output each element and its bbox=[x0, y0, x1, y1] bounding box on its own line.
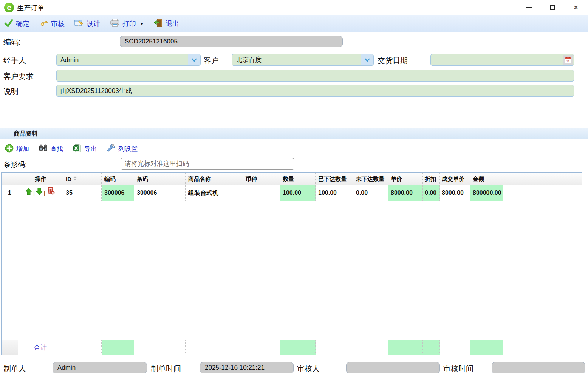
main-toolbar: 确定 审核 设计 打印 ▼ 退出 bbox=[0, 15, 588, 32]
excel-export-icon bbox=[73, 144, 82, 154]
svg-text:17: 17 bbox=[566, 60, 569, 62]
customer-select[interactable]: 北京百度 bbox=[232, 54, 374, 66]
table-total-row: 合计 bbox=[2, 340, 582, 355]
header-deal-price[interactable]: 成交单价 bbox=[440, 173, 470, 185]
chevron-down-icon bbox=[361, 54, 373, 65]
note-label: 说明 bbox=[3, 86, 19, 97]
design-icon bbox=[74, 19, 84, 29]
find-button[interactable]: 查找 bbox=[39, 144, 63, 154]
minimize-icon bbox=[526, 7, 532, 8]
header-operation: 操作 bbox=[18, 173, 63, 185]
barcode-scan-input[interactable] bbox=[121, 158, 294, 170]
header-quantity[interactable]: 数量 bbox=[280, 173, 316, 185]
cell-code[interactable]: 300006 bbox=[102, 185, 134, 201]
cell-barcode[interactable]: 300006 bbox=[134, 185, 186, 201]
printer-icon bbox=[110, 19, 120, 29]
exit-button[interactable]: 退出 bbox=[154, 19, 179, 29]
customer-req-label: 客户要求 bbox=[3, 71, 34, 82]
auditor-label: 审核人 bbox=[297, 364, 320, 374]
sort-icon[interactable] bbox=[73, 173, 77, 185]
header-discount[interactable]: 折扣 bbox=[423, 173, 440, 185]
note-field[interactable] bbox=[56, 85, 574, 97]
products-toolbar: 增加 查找 导出 列设置 bbox=[0, 142, 588, 156]
window-title: 生产订单 bbox=[17, 3, 44, 12]
customer-req-field[interactable] bbox=[56, 70, 574, 82]
total-cell: 合计 bbox=[18, 340, 63, 355]
audit-time-label: 审核时间 bbox=[443, 364, 473, 374]
binoculars-icon bbox=[39, 144, 48, 154]
cell-filler bbox=[503, 185, 582, 201]
creator-label: 制单人 bbox=[3, 364, 26, 374]
cell-product-name[interactable]: 组装台式机 bbox=[186, 185, 243, 201]
table-header-row: 操作 ID 编码 条码 商品名称 币种 数量 已下达数量 未下达数量 单价 折扣… bbox=[2, 173, 582, 185]
delete-row-icon[interactable] bbox=[46, 186, 56, 201]
barcode-label: 条形码: bbox=[3, 160, 27, 170]
header-amount[interactable]: 金额 bbox=[470, 173, 503, 185]
header-rownum bbox=[2, 173, 18, 185]
audit-time-field[interactable] bbox=[492, 362, 585, 373]
maximize-button[interactable] bbox=[541, 0, 564, 15]
close-icon: ✕ bbox=[573, 4, 579, 12]
header-barcode[interactable]: 条码 bbox=[134, 173, 186, 185]
header-issued-qty[interactable]: 已下达数量 bbox=[316, 173, 353, 185]
total-price-cell bbox=[388, 340, 423, 355]
chevron-down-icon bbox=[188, 54, 200, 65]
products-table: 操作 ID 编码 条码 商品名称 币种 数量 已下达数量 未下达数量 单价 折扣… bbox=[1, 172, 582, 355]
print-dropdown-caret[interactable]: ▼ bbox=[140, 22, 144, 26]
bottom-divider bbox=[0, 382, 588, 382]
cell-unit-price[interactable]: 8000.00 bbox=[388, 185, 423, 201]
products-section-title: 商品资料 bbox=[14, 130, 38, 138]
wrench-icon bbox=[107, 144, 116, 154]
print-button[interactable]: 打印 bbox=[110, 19, 136, 29]
handler-select[interactable]: Admin bbox=[56, 54, 201, 66]
delivery-date-label: 交货日期 bbox=[378, 56, 408, 66]
row-operations: | | bbox=[18, 185, 63, 201]
code-field[interactable] bbox=[120, 36, 343, 47]
column-settings-button[interactable]: 列设置 bbox=[107, 144, 138, 154]
cell-quantity[interactable]: 100.00 bbox=[280, 185, 316, 201]
create-time-label: 制单时间 bbox=[151, 364, 181, 374]
header-product-name[interactable]: 商品名称 bbox=[186, 173, 243, 185]
cell-id[interactable]: 35 bbox=[63, 185, 102, 201]
check-icon bbox=[4, 19, 13, 29]
delivery-date-field[interactable]: 17 bbox=[430, 54, 574, 66]
cell-amount[interactable]: 800000.00 bbox=[470, 185, 503, 201]
export-button[interactable]: 导出 bbox=[73, 144, 97, 154]
app-logo-icon: e bbox=[4, 3, 14, 12]
header-unissued-qty[interactable]: 未下达数量 bbox=[353, 173, 388, 185]
customer-label: 客户 bbox=[204, 56, 219, 66]
header-currency[interactable]: 币种 bbox=[243, 173, 280, 185]
cell-issued-qty[interactable]: 100.00 bbox=[316, 185, 353, 201]
cell-deal-price[interactable]: 8000.00 bbox=[440, 185, 470, 201]
total-amount-cell bbox=[470, 340, 503, 355]
table-row[interactable]: 1 | | 35 300006 300006 组装台式机 100.00 100.… bbox=[2, 185, 582, 201]
auditor-field[interactable] bbox=[346, 362, 440, 373]
add-row-button[interactable]: 增加 bbox=[5, 144, 29, 154]
handler-label: 经手人 bbox=[3, 56, 26, 66]
design-button[interactable]: 设计 bbox=[74, 19, 100, 29]
move-up-icon[interactable] bbox=[25, 186, 32, 201]
table-empty-area bbox=[2, 201, 582, 340]
cell-unissued-qty[interactable]: 0.00 bbox=[353, 185, 388, 201]
maximize-icon bbox=[550, 5, 555, 10]
creator-field[interactable] bbox=[53, 362, 147, 373]
create-time-field[interactable] bbox=[200, 362, 294, 373]
cell-currency[interactable] bbox=[243, 185, 280, 201]
add-icon bbox=[5, 144, 14, 154]
total-link[interactable]: 合计 bbox=[34, 344, 47, 351]
minimize-button[interactable] bbox=[517, 0, 541, 15]
code-label: 编码: bbox=[3, 37, 21, 47]
move-down-icon[interactable] bbox=[36, 186, 43, 201]
total-code-cell bbox=[102, 340, 134, 355]
header-code[interactable]: 编码 bbox=[102, 173, 134, 185]
products-section-header: 商品资料 bbox=[0, 128, 588, 139]
cell-discount[interactable]: 0.00 bbox=[423, 185, 440, 201]
calendar-icon[interactable]: 17 bbox=[563, 55, 573, 65]
total-qty-cell bbox=[280, 340, 316, 355]
header-unit-price[interactable]: 单价 bbox=[388, 173, 423, 185]
production-order-window: e 生产订单 ✕ 确定 审核 设计 bbox=[0, 0, 588, 384]
audit-button[interactable]: 审核 bbox=[39, 19, 65, 29]
header-id[interactable]: ID bbox=[63, 173, 102, 185]
close-button[interactable]: ✕ bbox=[564, 0, 588, 15]
confirm-button[interactable]: 确定 bbox=[4, 19, 29, 29]
